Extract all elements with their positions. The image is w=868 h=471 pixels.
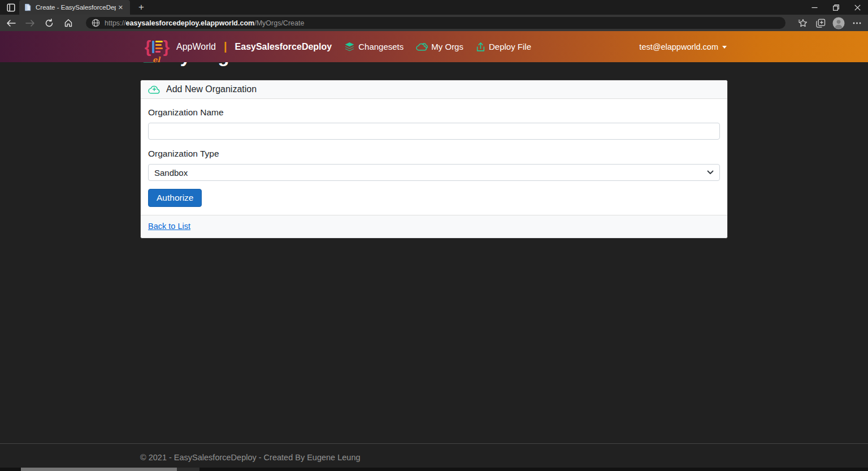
- ellipsis-icon: [853, 22, 861, 24]
- home-button[interactable]: [60, 16, 77, 31]
- user-menu-dropdown[interactable]: test@elappworld.com: [639, 42, 727, 51]
- logo-script-text: el: [153, 55, 160, 64]
- nav-label: My Orgs: [431, 42, 463, 51]
- collections-button[interactable]: [811, 16, 830, 31]
- app-header: { } el AppWorld | EasySalesforceDeploy: [0, 31, 868, 62]
- organization-name-label: Organization Name: [148, 107, 720, 118]
- nav-label: Changesets: [358, 42, 403, 51]
- close-window-icon: [854, 5, 861, 11]
- nav-item-deploy-file[interactable]: Deploy File: [476, 42, 531, 52]
- forward-icon: [25, 19, 35, 27]
- toolbar-right-icons: [793, 15, 866, 31]
- layers-icon: [344, 42, 355, 52]
- window-controls: [804, 0, 868, 15]
- caret-down-icon: [722, 46, 727, 49]
- nav-label: Deploy File: [489, 42, 531, 51]
- new-tab-button[interactable]: +: [134, 1, 148, 14]
- brand-appworld[interactable]: AppWorld: [176, 42, 216, 52]
- restore-icon: [833, 5, 839, 11]
- profile-avatar-icon: [832, 17, 845, 29]
- add-favorite-button[interactable]: [793, 16, 811, 31]
- collections-icon: [816, 19, 826, 28]
- scrollbar-track-segment: [177, 468, 199, 471]
- refresh-button[interactable]: [41, 16, 58, 31]
- card-body: Organization Name Organization Type Sand…: [141, 99, 727, 215]
- url-text[interactable]: https://easysalesforcedeploy.elappworld.…: [105, 19, 304, 27]
- browser-titlebar: Create - EasySalesforceDeploy ✕ +: [0, 0, 868, 15]
- profile-button[interactable]: [830, 16, 848, 31]
- vertical-tabs-icon: [7, 3, 15, 12]
- organization-type-value: Sandbox: [154, 168, 707, 178]
- card-header-title: Add New Organization: [166, 84, 257, 94]
- back-button[interactable]: [2, 16, 19, 31]
- organization-type-select[interactable]: Sandbox: [148, 164, 720, 181]
- add-organization-card: Add New Organization Organization Name O…: [140, 80, 728, 239]
- brand-app-name[interactable]: EasySalesforceDeploy: [235, 42, 332, 52]
- url-protocol: https://: [105, 19, 126, 27]
- tab-title: Create - EasySalesforceDeploy: [36, 4, 116, 11]
- nav-item-my-orgs[interactable]: My Orgs: [416, 42, 463, 51]
- tab-close-icon[interactable]: ✕: [116, 3, 125, 12]
- minimize-icon: [811, 5, 818, 11]
- organization-name-input[interactable]: [148, 123, 720, 140]
- close-window-button[interactable]: [847, 0, 868, 15]
- card-footer: Back to List: [141, 215, 727, 238]
- site-info-globe-icon: [92, 19, 100, 27]
- appworld-logo-icon: { } el: [145, 34, 170, 59]
- vertical-tabs-button[interactable]: [3, 1, 18, 14]
- back-icon: [6, 19, 16, 27]
- card-header: Add New Organization: [141, 80, 727, 99]
- footer-text: © 2021 - EasySalesforceDeploy - Created …: [140, 453, 361, 462]
- user-email: test@elappworld.com: [639, 42, 718, 51]
- cloud-icon: [416, 42, 428, 51]
- brand-separator: |: [224, 40, 227, 53]
- authorize-button[interactable]: Authorize: [148, 189, 202, 207]
- browser-toolbar: https://easysalesforcedeploy.elappworld.…: [0, 15, 868, 31]
- back-to-list-link[interactable]: Back to List: [148, 222, 190, 231]
- site-footer: © 2021 - EasySalesforceDeploy - Created …: [0, 443, 868, 468]
- tab-favicon-icon: [24, 3, 32, 11]
- horizontal-scrollbar[interactable]: [0, 468, 868, 471]
- url-path: /MyOrgs/Create: [254, 19, 304, 27]
- address-bar[interactable]: https://easysalesforcedeploy.elappworld.…: [86, 17, 785, 29]
- upload-icon: [476, 42, 485, 52]
- favorite-star-icon: [798, 19, 808, 28]
- forward-button[interactable]: [21, 16, 38, 31]
- brand[interactable]: { } el AppWorld | EasySalesforceDeploy: [145, 34, 332, 59]
- browser-tab[interactable]: Create - EasySalesforceDeploy ✕: [19, 0, 130, 15]
- minimize-button[interactable]: [804, 0, 825, 15]
- restore-button[interactable]: [825, 0, 847, 15]
- url-host: easysalesforcedeploy.elappworld.com: [126, 19, 255, 27]
- nav-item-changesets[interactable]: Changesets: [344, 42, 403, 52]
- main-nav: Changesets My Orgs Deploy File: [344, 42, 544, 52]
- organization-type-label: Organization Type: [148, 149, 720, 159]
- scrollbar-thumb[interactable]: [21, 468, 177, 471]
- refresh-icon: [45, 19, 54, 28]
- chevron-down-icon: [707, 170, 714, 175]
- browser-menu-button[interactable]: [848, 16, 866, 31]
- home-icon: [64, 19, 73, 27]
- cloud-plus-icon: [148, 84, 161, 94]
